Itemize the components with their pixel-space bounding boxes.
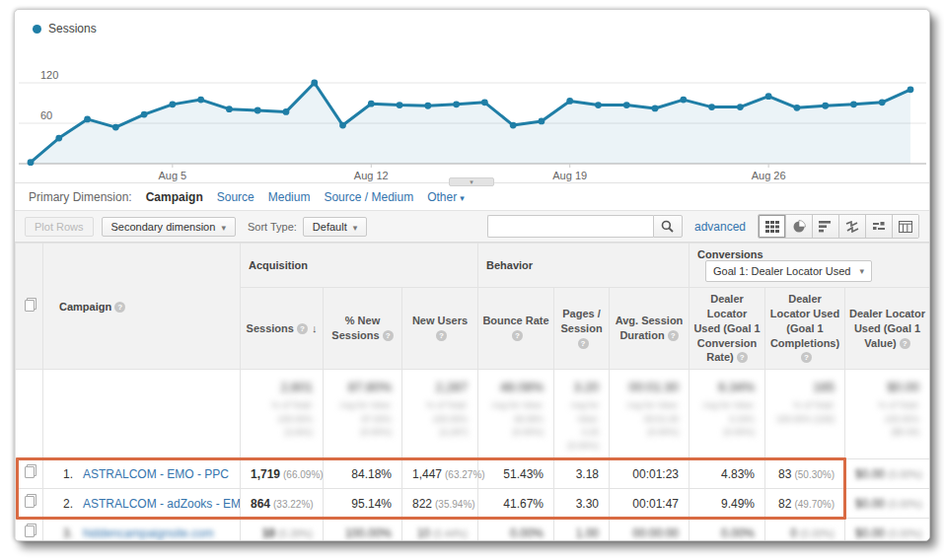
summary-cell-avg_duration: 00:01:30Avg for View: 00:01:30 (0.00%) (610, 370, 690, 459)
help-icon[interactable]: ? (737, 352, 748, 363)
search-input[interactable] (487, 215, 653, 238)
help-icon[interactable]: ? (297, 323, 308, 334)
metric-cell-bounce_rate: 41.67% (478, 489, 554, 519)
svg-text:Aug 19: Aug 19 (552, 170, 587, 181)
summary-cell-sessions: 2,601% of Total: 100.00% (2,601) (241, 370, 324, 459)
help-icon[interactable]: ? (900, 338, 910, 349)
summary-cell-pages_session: 3.20Avg for View: 3.20 (0.00%) (554, 370, 610, 459)
bar-chart-icon (819, 221, 833, 233)
campaign-link[interactable]: ASTRALCOM - EMO - PPC (83, 467, 229, 481)
help-icon[interactable]: ? (668, 330, 679, 341)
table-row: 2.ASTRALCOM - adZooks - EMO864(33.22%)95… (16, 489, 930, 519)
secondary-dimension-dropdown[interactable]: Secondary dimension ▾ (102, 217, 236, 237)
select-rows-icon[interactable] (25, 300, 35, 312)
percentage-view-button[interactable] (785, 215, 812, 238)
metric-cell-goal_cr: 9.49% (690, 489, 765, 519)
help-icon[interactable]: ? (114, 302, 125, 313)
column-header-pct_new_sessions[interactable]: % New Sessions? (324, 288, 402, 370)
summary-cell-goal_cr: 6.34%Avg for View: 6.34% (0.00%) (690, 370, 765, 459)
pivot-table-icon (899, 221, 912, 233)
metric-cell-pct_new_sessions: 100.00% (324, 519, 402, 541)
column-header-campaign[interactable]: Campaign? (43, 244, 241, 370)
sessions-legend-dot-icon (33, 25, 41, 34)
metric-cell-bounce_rate: 0.00% (478, 519, 554, 541)
chevron-down-icon: ▾ (221, 223, 226, 233)
help-icon[interactable]: ? (383, 330, 394, 341)
performance-view-button[interactable] (812, 215, 838, 238)
campaign-link[interactable]: hiddencampaignsite.com (83, 526, 214, 540)
metric-cell-goal_completions: 82(49.70%) (765, 489, 845, 519)
metric-cell-avg_duration: 00:00:00 (610, 519, 690, 541)
sessions-chart-panel: Sessions 60120Aug 5Aug 12Aug 19Aug 26 ▾ (15, 10, 929, 183)
row-select-icon[interactable] (25, 525, 35, 537)
metric-cell-goal_cr: 4.83% (690, 459, 765, 489)
select-all-header (16, 244, 43, 370)
dimension-other[interactable]: Other▾ (427, 190, 465, 204)
pie-chart-icon (792, 220, 806, 234)
summary-campaign-cell (43, 370, 241, 459)
column-header-goal_cr[interactable]: Dealer Locator Used (Goal 1 Conversion R… (690, 288, 765, 370)
svg-text:Aug 26: Aug 26 (752, 170, 786, 181)
row-rank: 1. (53, 467, 73, 481)
primary-dimension-bar: Primary Dimension: Campaign Source Mediu… (15, 183, 929, 210)
select-cell (16, 519, 43, 541)
plot-rows-button[interactable]: Plot Rows (25, 217, 94, 237)
row-rank: 3. (53, 526, 73, 540)
goal-selector-dropdown[interactable]: Goal 1: Dealer Locator Used▾ (705, 260, 872, 282)
summary-cell-goal_value: $0.00% of Total: 100.00% ($0.00) (845, 370, 930, 459)
dimension-campaign[interactable]: Campaign (146, 190, 203, 204)
term-cloud-view-button[interactable] (865, 215, 892, 238)
svg-text:120: 120 (40, 69, 58, 81)
row-select-icon[interactable] (25, 466, 35, 478)
row-rank: 2. (53, 497, 73, 511)
pivot-view-button[interactable] (892, 215, 918, 238)
dimension-medium[interactable]: Medium (268, 190, 311, 204)
help-icon[interactable]: ? (512, 330, 523, 341)
metric-cell-goal_completions: 83(50.30%) (765, 459, 845, 489)
chart-resize-handle[interactable]: ▾ (449, 177, 494, 186)
chevron-down-icon: ▾ (460, 193, 465, 203)
svg-text:Aug 12: Aug 12 (354, 170, 389, 181)
row-select-icon[interactable] (25, 496, 35, 508)
dimension-source-medium[interactable]: Source / Medium (324, 190, 413, 204)
dimension-source[interactable]: Source (217, 190, 254, 204)
metric-cell-goal_value: $0.00(0.00%) (845, 459, 930, 489)
group-header-row: Campaign?AcquisitionBehaviorConversionsG… (16, 244, 930, 288)
chevron-down-icon: ▾ (859, 266, 864, 276)
column-header-goal_value[interactable]: Dealer Locator Used (Goal 1 Value)? (845, 288, 930, 370)
table-toolbar: Plot Rows Secondary dimension ▾ Sort Typ… (15, 210, 929, 243)
column-header-goal_completions[interactable]: Dealer Locator Used (Goal 1 Completions)… (765, 288, 845, 370)
svg-text:60: 60 (40, 109, 52, 121)
table-row: 3.hiddencampaignsite.com10(0.39%)100.00%… (16, 519, 930, 541)
search-button[interactable] (653, 215, 683, 238)
column-header-pages_session[interactable]: Pages / Session? (554, 288, 610, 370)
select-cell (16, 489, 43, 519)
metric-cell-pages_session: 1.00 (554, 519, 610, 541)
campaign-cell: 2.ASTRALCOM - adZooks - EMO (43, 489, 241, 519)
primary-dimension-label: Primary Dimension: (29, 190, 132, 204)
metric-cell-avg_duration: 00:01:47 (610, 489, 690, 519)
chart-legend: Sessions (17, 18, 927, 37)
metric-cell-goal_completions: 0(0.00%) (765, 519, 845, 541)
group-header-conversions: ConversionsGoal 1: Dealer Locator Used▾ (690, 244, 930, 288)
column-header-bounce_rate[interactable]: Bounce Rate? (478, 288, 554, 370)
help-icon[interactable]: ? (801, 352, 812, 363)
column-header-new_users[interactable]: New Users? (402, 288, 478, 370)
column-header-avg_duration[interactable]: Avg. Session Duration? (610, 288, 690, 370)
campaign-link[interactable]: ASTRALCOM - adZooks - EMO (83, 497, 241, 511)
table-search (487, 215, 683, 238)
column-header-sessions[interactable]: Sessions?↓ (241, 288, 324, 370)
metric-cell-bounce_rate: 51.43% (478, 459, 554, 489)
help-icon[interactable]: ? (436, 330, 447, 341)
sort-desc-icon[interactable]: ↓ (312, 322, 318, 334)
campaign-table: Campaign?AcquisitionBehaviorConversionsG… (15, 243, 930, 541)
chevron-down-icon: ▾ (470, 178, 473, 185)
advanced-search-link[interactable]: advanced (694, 220, 746, 234)
help-icon[interactable]: ? (578, 338, 589, 349)
sort-type-dropdown[interactable]: Default ▾ (303, 217, 367, 237)
sessions-legend-label: Sessions (48, 22, 97, 35)
metric-cell-sessions: 10(0.39%) (241, 519, 324, 541)
table-view-button[interactable] (759, 215, 785, 238)
comparison-view-button[interactable] (838, 215, 865, 238)
metric-cell-avg_duration: 00:01:23 (610, 459, 690, 489)
